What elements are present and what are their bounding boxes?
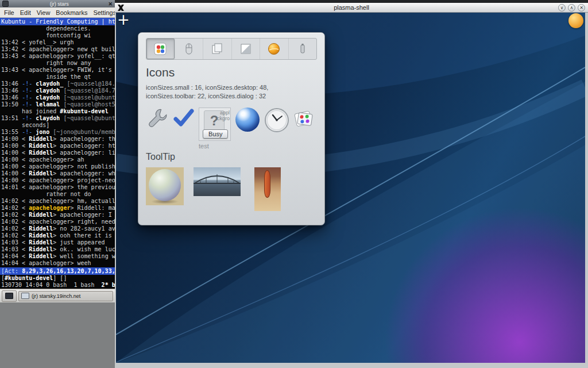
menu-item-edit[interactable]: Edit: [17, 9, 34, 16]
plasma-window-title: plasma-shell: [115, 4, 588, 11]
test-label: test: [199, 143, 232, 150]
busy-overlay-text: appl ckgro: [217, 110, 230, 121]
irc-line: 14:00 < apachelogger> project-neon5: [1, 177, 115, 184]
menu-item-settings[interactable]: Settings: [90, 9, 115, 16]
irc-line: 14:02 < Riddell> apachelogger: I ha: [1, 212, 115, 218]
marble-sphere: [149, 169, 181, 201]
irc-line: 13:46 -!- claydoh_ [~quassel@184.75: [1, 80, 115, 87]
colorful-balls-icon: [154, 43, 167, 55]
irc-line: 14:02 < Riddell> ooh there it is: [1, 232, 115, 239]
maximize-button[interactable]: ∧: [568, 4, 575, 12]
busy-button[interactable]: Busy: [203, 129, 228, 139]
desktop-background: [0, 302, 115, 368]
plasma-desktop[interactable]: +: [115, 13, 588, 368]
checkmark-icon[interactable]: [173, 108, 194, 128]
clock-icon[interactable]: [264, 108, 289, 133]
close-button[interactable]: ✕: [578, 4, 585, 12]
irc-line: fontconfig wi: [1, 32, 115, 39]
irc-messages: dependencies. fontconfig wi13:42 < yofel…: [0, 25, 115, 267]
irc-line: 14:00 < Riddell> apachelogger: what: [1, 170, 115, 177]
menu-item-view[interactable]: View: [34, 9, 53, 16]
minimize-button[interactable]: ∨: [558, 4, 566, 12]
irc-line: 14:03 < Riddell> ok.. wish me luck: [1, 246, 115, 253]
tab-icons[interactable]: [146, 39, 175, 59]
surfboard-image[interactable]: [254, 167, 281, 211]
terminal-icon: [5, 293, 13, 299]
irc-line: 14:02 < Riddell> no 282-saucy1 avai: [1, 225, 115, 232]
pages-icon: [211, 43, 223, 55]
irc-topic-bar: Kubuntu - Friendly Computing | htt: [0, 18, 115, 25]
terminal-screen[interactable]: Kubuntu - Friendly Computing | htt depen…: [0, 18, 115, 289]
irc-line: 13:46 -!- claydoh [~quassel@ubuntu: [1, 94, 115, 101]
icon-sizes-line2: iconSizes.toolbar: 22, iconSizes.dialog …: [146, 92, 317, 101]
plasma-shell-window: plasma-shell ∨ ∧ ✕ +: [115, 3, 588, 368]
window-controls: ∨ ∧ ✕: [558, 4, 585, 12]
irc-line: 14:01 < apachelogger> the previous: [1, 184, 115, 191]
irc-line: 14:00 < Riddell> apachelogger: this: [1, 136, 115, 143]
irc-line: 13:51 -!- claydoh [~quassel@ubuntu-: [1, 115, 115, 122]
irc-line: has joined #kubuntu-devel: [1, 108, 115, 115]
bridge-image[interactable]: [194, 167, 241, 196]
irc-line: seconds]: [1, 122, 115, 129]
tooltip-images-row: [146, 167, 317, 211]
desktop-icons-icon[interactable]: [293, 108, 316, 131]
x11-window-icon: [118, 5, 124, 11]
taskbar-window-label: (jr) starsky.19inch.net: [32, 293, 80, 299]
menu-item-bookmarks[interactable]: Bookmarks: [53, 9, 90, 16]
irc-line: dependencies.: [1, 25, 115, 32]
irc-activity-bar: [Act: 8,29,3,26,16,13,20,7,10,33,1: [0, 267, 115, 275]
terminal-window-icon: [2, 1, 9, 7]
irc-line: 13:55 -!- jono [~jono@ubuntu/member: [1, 129, 115, 136]
irc-line: rather not do: [1, 191, 115, 198]
tab-mouse[interactable]: [175, 39, 204, 59]
icon-sizes-line1: iconSizes.small : 16, iconSizes.desktop:…: [146, 83, 317, 92]
irc-line: right now any: [1, 60, 115, 67]
irc-line: 13:50 -!- lelamal [~quassel@host56-: [1, 101, 115, 108]
irc-line: 14:03 < Riddell> just appeared: [1, 239, 115, 246]
battery-icon: [296, 43, 309, 55]
irc-line: inside the qt: [1, 74, 115, 80]
terminal-close-button[interactable]: ✕: [108, 1, 113, 7]
mouse-icon: [183, 43, 195, 55]
terminal-title: (jr) stars: [10, 1, 108, 7]
terminal-titlebar[interactable]: (jr) stars ✕: [0, 0, 115, 7]
globe-icon: [268, 43, 280, 55]
question-busy-widget: ? appl ckgro Busy test: [199, 108, 232, 150]
busy-widget-frame: ? appl ckgro Busy: [199, 108, 231, 141]
irc-line: 14:02 < apachelogger> hm, actually: [1, 198, 115, 205]
plasma-toolbox-icon[interactable]: [568, 13, 583, 28]
taskbar-window-button[interactable]: (jr) starsky.19inch.net: [18, 291, 113, 301]
crosshair-cursor: +: [117, 13, 130, 28]
menu-item-file[interactable]: File: [1, 9, 17, 16]
marble-image[interactable]: [146, 167, 184, 205]
monitor-icon: [21, 293, 29, 299]
dialog-tabbar: [146, 38, 317, 60]
tab-frame[interactable]: [232, 39, 261, 59]
irc-line: 13:42 < apachelogger> new qt builds: [1, 46, 115, 53]
irc-line: 14:00 < apachelogger> ah: [1, 156, 115, 163]
irc-line: 14:04 < apachelogger> weeh: [1, 260, 115, 267]
irc-line: 13:43 < apachelogger> FWIW, it's ex: [1, 67, 115, 74]
bridge-arch: [194, 167, 241, 196]
taskbar-icon-button[interactable]: [2, 290, 17, 302]
terminal-window: (jr) stars ✕ FileEditViewBookmarksSettin…: [0, 0, 115, 289]
icon-sizes-text: iconSizes.small : 16, iconSizes.desktop:…: [146, 83, 317, 101]
irc-line: 13:42 < yofel__> urgh: [1, 39, 115, 46]
plasma-titlebar[interactable]: plasma-shell ∨ ∧ ✕: [115, 3, 588, 13]
tab-globe[interactable]: [260, 39, 289, 59]
irc-line: 14:04 < Riddell> well something wor: [1, 253, 115, 260]
taskbar: (jr) starsky.19inch.net: [0, 289, 115, 302]
irc-line: 14:00 < Riddell> apachelogger: http: [1, 143, 115, 150]
tooltip-heading: ToolTip: [146, 152, 317, 162]
irc-line: 14:02 < apachelogger> right, needs: [1, 218, 115, 225]
tab-pager[interactable]: [203, 39, 232, 59]
irc-line: 14:00 < Riddell> apachelogger: line: [1, 150, 115, 156]
wrench-icon[interactable]: [146, 108, 168, 129]
screen-status-bar: 130730 14:04 0 bash 1 bash 2* bash: [0, 282, 115, 289]
marble-icon[interactable]: [235, 108, 260, 132]
irc-input-bar[interactable]: [#kubuntu-devel] []: [0, 275, 115, 282]
irc-line: 14:02 < apachelogger> Riddell: make: [1, 205, 115, 212]
tab-battery[interactable]: [289, 39, 317, 59]
frame-icon: [239, 43, 252, 55]
icon-gallery-row: ? appl ckgro Busy test: [146, 108, 317, 150]
